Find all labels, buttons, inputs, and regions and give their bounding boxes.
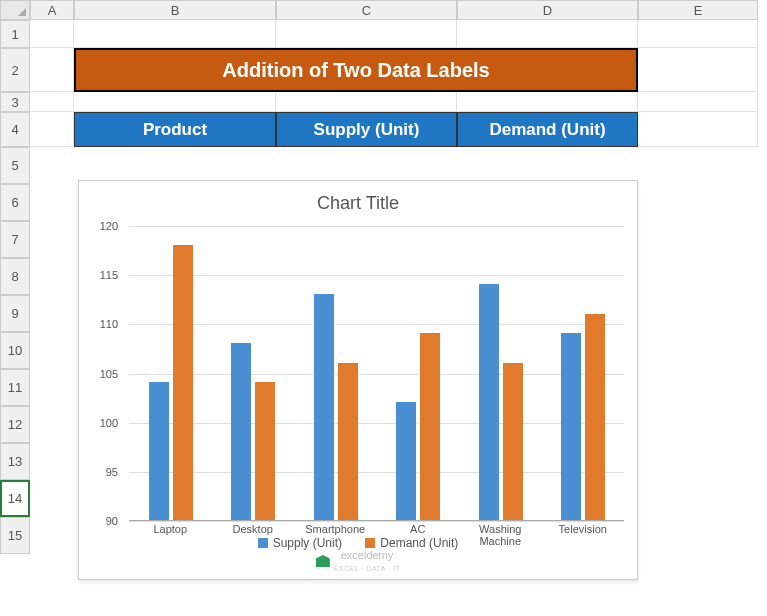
bar-supply[interactable] — [396, 402, 416, 520]
cell[interactable] — [30, 48, 74, 92]
row-head-12[interactable]: 12 — [0, 406, 30, 443]
x-label: Laptop — [130, 523, 210, 535]
row-head-3[interactable]: 3 — [0, 92, 30, 112]
bar-demand[interactable] — [173, 245, 193, 520]
y-tick: 115 — [100, 269, 118, 281]
col-head-c[interactable]: C — [276, 0, 457, 20]
cell[interactable] — [276, 20, 457, 48]
bar-supply[interactable] — [314, 294, 334, 520]
square-icon — [258, 538, 268, 548]
row-head-13[interactable]: 13 — [0, 443, 30, 480]
chart[interactable]: Chart Title 9095100105110115120 LaptopDe… — [78, 180, 638, 580]
cell[interactable] — [276, 92, 457, 112]
y-tick: 90 — [106, 515, 118, 527]
cell[interactable] — [74, 20, 276, 48]
col-head-d[interactable]: D — [457, 0, 638, 20]
col-head-b[interactable]: B — [74, 0, 276, 20]
row-head-8[interactable]: 8 — [0, 258, 30, 295]
cell[interactable] — [638, 20, 758, 48]
row-head-2[interactable]: 2 — [0, 48, 30, 92]
y-tick: 105 — [100, 368, 118, 380]
table-header-product[interactable]: Product — [74, 112, 276, 147]
col-head-a[interactable]: A — [30, 0, 74, 20]
x-label: Smartphone — [295, 523, 375, 535]
cell[interactable] — [30, 20, 74, 48]
cell[interactable] — [74, 92, 276, 112]
bars-area — [129, 226, 624, 521]
cell[interactable] — [638, 92, 758, 112]
cell[interactable] — [30, 92, 74, 112]
legend-demand[interactable]: Demand (Unit) — [365, 536, 458, 550]
bar-demand[interactable] — [420, 333, 440, 520]
row-head-5[interactable]: 5 — [0, 147, 30, 184]
col-head-e[interactable]: E — [638, 0, 758, 20]
y-tick: 95 — [106, 466, 118, 478]
row-head-10[interactable]: 10 — [0, 332, 30, 369]
row-head-15[interactable]: 15 — [0, 517, 30, 554]
cell[interactable] — [30, 112, 74, 147]
x-label: Desktop — [213, 523, 293, 535]
legend-label: Supply (Unit) — [273, 536, 342, 550]
bar-demand[interactable] — [585, 314, 605, 521]
table-header-supply[interactable]: Supply (Unit) — [276, 112, 457, 147]
chart-title[interactable]: Chart Title — [79, 181, 637, 222]
bar-supply[interactable] — [149, 382, 169, 520]
y-tick: 120 — [100, 220, 118, 232]
row-head-4[interactable]: 4 — [0, 112, 30, 147]
bar-demand[interactable] — [255, 382, 275, 520]
page-title-banner: Addition of Two Data Labels — [74, 48, 638, 92]
legend-label: Demand (Unit) — [380, 536, 458, 550]
row-head-1[interactable]: 1 — [0, 20, 30, 48]
bar-supply[interactable] — [231, 343, 251, 520]
bar-supply[interactable] — [479, 284, 499, 520]
x-label: AC — [378, 523, 458, 535]
watermark-sub: EXCEL · DATA · IT — [334, 565, 400, 572]
cell[interactable] — [457, 92, 638, 112]
square-icon — [365, 538, 375, 548]
legend-supply[interactable]: Supply (Unit) — [258, 536, 342, 550]
cell[interactable] — [638, 48, 758, 92]
row-head-11[interactable]: 11 — [0, 369, 30, 406]
row-head-14[interactable]: 14 — [0, 480, 30, 517]
watermark: exceldemyEXCEL · DATA · IT — [79, 549, 637, 573]
bar-supply[interactable] — [561, 333, 581, 520]
row-head-6[interactable]: 6 — [0, 184, 30, 221]
cell[interactable] — [638, 112, 758, 147]
y-axis: 9095100105110115120 — [79, 226, 124, 521]
logo-icon — [316, 555, 330, 567]
grid-line — [129, 521, 624, 522]
y-tick: 100 — [100, 417, 118, 429]
watermark-brand: exceldemy — [341, 549, 394, 561]
x-label: Television — [543, 523, 623, 535]
row-head-7[interactable]: 7 — [0, 221, 30, 258]
select-all-corner[interactable] — [0, 0, 30, 20]
bar-demand[interactable] — [503, 363, 523, 520]
bar-demand[interactable] — [338, 363, 358, 520]
cell[interactable] — [457, 20, 638, 48]
table-header-demand[interactable]: Demand (Unit) — [457, 112, 638, 147]
row-head-9[interactable]: 9 — [0, 295, 30, 332]
y-tick: 110 — [100, 318, 118, 330]
